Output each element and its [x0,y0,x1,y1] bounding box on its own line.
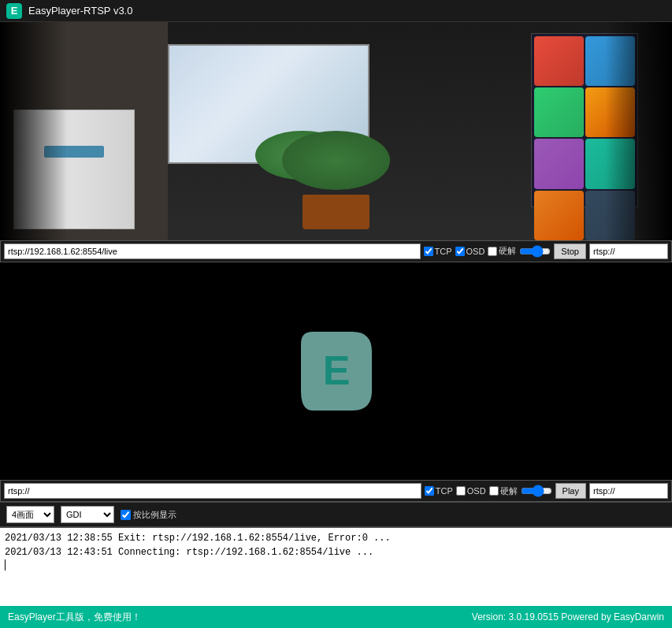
video2-url-input[interactable] [4,483,421,499]
svg-text:E: E [322,347,350,393]
tcp-label-1: TCP [435,247,452,256]
video-display-2: E [0,262,672,481]
video-cell-1: [1280x720] {2021-03-13 12:45:35} [7Mbus]… [0,22,672,262]
plant-leaves-1 [282,131,389,190]
volume-slider-2[interactable] [521,485,552,496]
screen-icon [534,191,584,240]
tcp-group-1: TCP [424,247,452,256]
tcp-checkbox-1[interactable] [424,247,433,256]
tcp-checkbox-2[interactable] [425,486,434,496]
screen-icon [534,139,584,188]
hw-group-1: 硬解 [488,245,516,257]
text-cursor [5,559,6,570]
logo-svg: E [293,328,380,414]
tcp-group-2: TCP [425,486,453,496]
stop-button[interactable]: Stop [554,243,586,259]
video-cell-2: E TCP OSD 硬解 [0,262,672,503]
osd-checkbox-2[interactable] [456,486,466,496]
hw-label-1: 硬解 [499,245,516,257]
video-area: [1280x720] {2021-03-13 12:45:35} [7Mbus]… [0,22,672,502]
tcp-label-2: TCP [436,486,453,496]
log-area[interactable]: 2021/03/13 12:38:55 Exit: rtsp://192.168… [0,527,672,606]
hw-label-2: 硬解 [500,485,518,497]
log-line-2: 2021/03/13 12:43:51 Connecting: rtsp://1… [5,545,667,559]
plant [269,131,403,229]
aspect-ratio-checkbox[interactable] [121,510,131,520]
control-bar-2: TCP OSD 硬解 Play [0,480,672,502]
plant-pot [303,195,369,229]
osd-checkbox-1[interactable] [455,247,465,256]
dark-left [0,22,67,240]
volume-slider-1[interactable] [519,246,551,257]
dark-right [605,22,672,240]
status-left: EasyPlayer工具版，免费使用！ [8,611,141,624]
control-bar-1: TCP OSD 硬解 Stop [0,240,672,262]
easyplayer-logo-icon: E [293,328,380,414]
screen-icon [534,87,584,137]
osd-group-2: OSD [456,486,486,496]
video1-url-input[interactable] [4,243,421,259]
hw-checkbox-1[interactable] [488,247,497,256]
layout-select[interactable]: 4画面 1画面 9画面 16画面 [6,506,54,523]
video-row-bottom: E TCP OSD 硬解 [0,262,672,503]
osd-label-2: OSD [467,486,486,496]
screen-icon [534,36,584,86]
hw-checkbox-2[interactable] [489,486,499,496]
hw-group-2: 硬解 [489,485,518,497]
osd-label-1: OSD [466,247,485,256]
video1-url-right[interactable] [589,243,668,259]
bottom-toolbar: 4画面 1画面 9画面 16画面 GDI OpenGL D3D 按比例显示 [0,502,672,527]
play-button[interactable]: Play [555,483,586,499]
osd-group-1: OSD [455,247,485,256]
render-select[interactable]: GDI OpenGL D3D [61,506,114,523]
video-row-top: [1280x720] {2021-03-13 12:45:35} [7Mbus]… [0,22,672,262]
video-display-1: [1280x720] {2021-03-13 12:45:35} [7Mbus]… [0,22,672,240]
app-title: EasyPlayer-RTSP v3.0 [28,5,132,17]
titlebar: E EasyPlayer-RTSP v3.0 [0,0,672,22]
statusbar: EasyPlayer工具版，免费使用！ Version: 3.0.19.0515… [0,606,672,628]
kitchen-scene [0,22,672,240]
aspect-ratio-label[interactable]: 按比例显示 [121,509,176,521]
video2-url-right[interactable] [589,483,668,499]
status-right: Version: 3.0.19.0515 Powered by EasyDarw… [472,611,664,622]
app-logo: E [6,3,22,19]
logo-panel: E [0,262,672,481]
log-line-1: 2021/03/13 12:38:55 Exit: rtsp://192.168… [5,531,667,545]
log-cursor-line [5,559,667,570]
